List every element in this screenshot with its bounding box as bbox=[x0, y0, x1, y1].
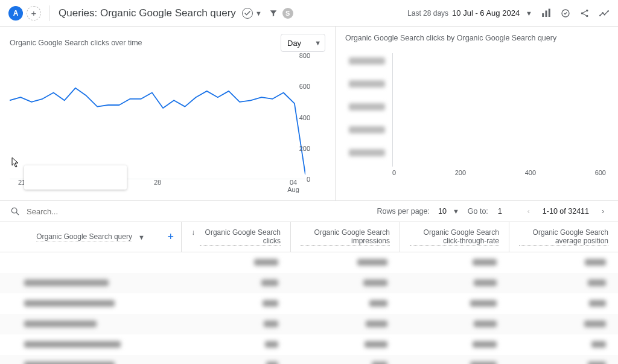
granularity-value: Day bbox=[287, 39, 301, 48]
svg-line-13 bbox=[16, 212, 19, 215]
chevron-down-icon: ▼ bbox=[453, 208, 459, 215]
table-controls: Rows per page: 10 ▼ Go to: ‹ 1-10 of 324… bbox=[0, 201, 618, 222]
bar-chart-title: Organic Google Search clicks by Organic … bbox=[345, 34, 556, 42]
header-divider bbox=[49, 5, 50, 21]
line-chart-title: Organic Google Search clicks over time bbox=[10, 39, 142, 47]
charts-row: Organic Google Search clicks over time D… bbox=[0, 27, 618, 201]
svg-point-4 bbox=[581, 12, 583, 14]
status-check-icon[interactable] bbox=[242, 8, 253, 19]
table-row[interactable] bbox=[0, 293, 618, 314]
svg-point-7 bbox=[599, 14, 600, 16]
table-row[interactable] bbox=[0, 314, 618, 334]
search-icon bbox=[10, 206, 21, 217]
customize-report-icon[interactable] bbox=[541, 8, 552, 19]
pager-info: 1-10 of 32411 bbox=[543, 207, 589, 216]
cursor-icon bbox=[11, 157, 20, 168]
table-header-row: Organic Google Search query ▼ + Organic … bbox=[0, 222, 618, 252]
date-range-picker[interactable]: Last 28 days 10 Jul - 6 Aug 2024 ▼ bbox=[407, 8, 532, 18]
bar-chart-panel: Organic Google Search clicks by Organic … bbox=[336, 27, 618, 200]
col-header-ctr[interactable]: Organic Google Search click-through-rate bbox=[400, 222, 509, 252]
goto-input[interactable] bbox=[497, 206, 515, 217]
line-chart-panel: Organic Google Search clicks over time D… bbox=[0, 27, 336, 200]
col-header-clicks[interactable]: Organic Google Search clicks bbox=[181, 222, 290, 252]
svg-rect-2 bbox=[549, 8, 550, 17]
col-header-position[interactable]: Organic Google Search average position bbox=[509, 222, 618, 252]
page-title: Queries: Organic Google Search query bbox=[59, 7, 236, 19]
table-summary-row bbox=[0, 252, 618, 273]
table-row[interactable] bbox=[0, 355, 618, 364]
pager-next-icon[interactable]: › bbox=[597, 206, 608, 217]
account-avatar[interactable]: A bbox=[8, 6, 23, 21]
table-row[interactable] bbox=[0, 334, 618, 355]
svg-point-10 bbox=[608, 10, 609, 11]
title-dropdown-caret[interactable]: ▼ bbox=[255, 10, 262, 17]
share-icon[interactable] bbox=[579, 8, 590, 19]
table-body bbox=[0, 252, 618, 364]
goto-label: Go to: bbox=[468, 207, 488, 216]
chart-tooltip bbox=[24, 165, 127, 190]
segment-chip[interactable]: S bbox=[282, 8, 293, 19]
pager-prev-icon[interactable]: ‹ bbox=[523, 206, 534, 217]
table-row[interactable] bbox=[0, 273, 618, 293]
chevron-down-icon: ▼ bbox=[138, 234, 145, 241]
rows-per-page-select[interactable]: 10 ▼ bbox=[438, 207, 459, 216]
svg-rect-0 bbox=[542, 13, 544, 17]
granularity-select[interactable]: Day ▼ bbox=[281, 34, 325, 52]
edit-comparison-icon[interactable] bbox=[560, 8, 571, 19]
chevron-down-icon: ▼ bbox=[526, 10, 532, 17]
svg-point-9 bbox=[604, 14, 605, 15]
page-header: A + Queries: Organic Google Search query… bbox=[0, 0, 618, 27]
svg-rect-1 bbox=[546, 10, 547, 17]
insights-icon[interactable] bbox=[599, 8, 610, 19]
add-comparison-button[interactable]: + bbox=[27, 6, 41, 21]
date-range-label: Last 28 days bbox=[407, 9, 448, 18]
chevron-down-icon: ▼ bbox=[314, 39, 321, 46]
svg-point-12 bbox=[11, 208, 17, 213]
svg-point-8 bbox=[602, 12, 604, 13]
svg-point-5 bbox=[586, 9, 588, 11]
svg-point-6 bbox=[586, 14, 588, 16]
line-chart[interactable]: 0200400600800 212804Aug bbox=[10, 56, 325, 196]
col-header-impressions[interactable]: Organic Google Search impressions bbox=[290, 222, 400, 252]
date-range-value: 10 Jul - 6 Aug 2024 bbox=[452, 8, 520, 18]
search-input[interactable] bbox=[25, 206, 146, 217]
bar-chart[interactable]: 0200400600 bbox=[345, 46, 608, 186]
rows-per-page-label: Rows per page: bbox=[377, 207, 430, 216]
add-dimension-button[interactable]: + bbox=[167, 231, 174, 243]
col-header-query[interactable]: Organic Google Search query ▼ + bbox=[0, 222, 181, 252]
filter-icon[interactable] bbox=[268, 8, 279, 19]
